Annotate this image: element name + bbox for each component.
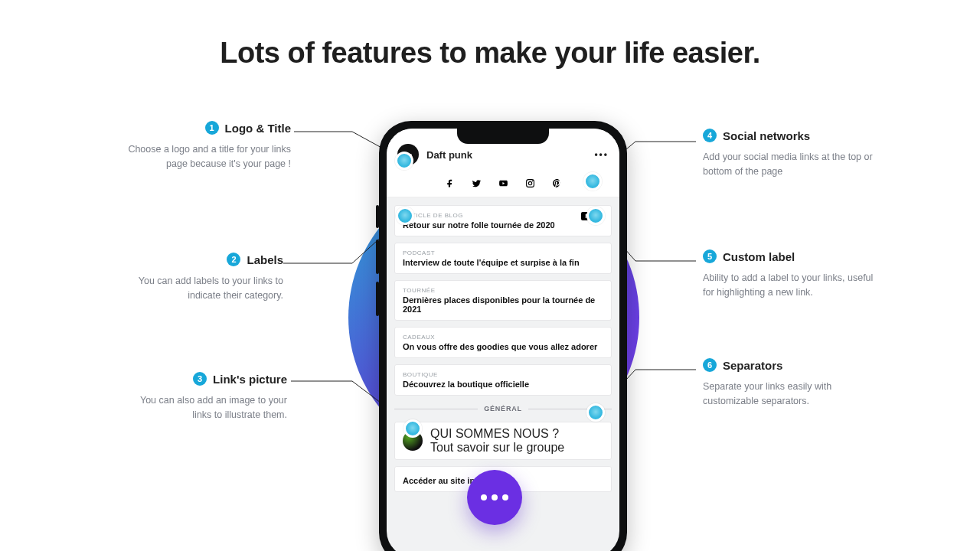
marker-newtag [586, 207, 605, 225]
marker-label [396, 207, 414, 225]
svg-point-2 [531, 181, 532, 181]
marker-separator [586, 403, 605, 422]
instagram-icon[interactable] [525, 178, 535, 187]
feature-showcase: Lots of features to make your life easie… [0, 0, 980, 551]
facebook-icon[interactable] [445, 178, 455, 187]
twitter-icon[interactable] [472, 178, 482, 187]
marker-logo [395, 152, 413, 170]
link-card[interactable]: TOURNÉE Dernières places disponibles pou… [394, 280, 612, 321]
callout-1: 1Logo & Title Choose a logo and a title … [122, 121, 291, 172]
callout-3: 3Link's picture You can also add an imag… [122, 372, 287, 423]
link-card[interactable]: BOUTIQUE Découvrez la boutique officiell… [394, 364, 612, 396]
marker-thumb [403, 419, 422, 438]
link-card-with-thumb[interactable]: QUI SOMMES NOUS ? Tout savoir sur le gro… [394, 422, 612, 460]
svg-point-1 [528, 181, 531, 184]
link-card[interactable]: CADEAUX On vous offre des goodies que vo… [394, 327, 612, 358]
page-title: Lots of features to make your life easie… [0, 37, 980, 70]
fab-more-button[interactable] [467, 470, 522, 525]
separator: GÉNÉRAL [394, 405, 612, 412]
link-card[interactable]: ARTICLE DE BLOG Retour sur notre folle t… [394, 205, 612, 236]
profile-name: Daft punk [426, 149, 586, 161]
callout-4: 4Social networks Add your social media l… [703, 129, 875, 180]
link-card[interactable]: PODCAST Interview de toute l'équipe et s… [394, 243, 612, 274]
youtube-icon[interactable] [498, 178, 508, 187]
callout-6: 6Separators Separate your links easily w… [703, 358, 875, 409]
more-menu-icon[interactable]: ••• [594, 149, 609, 160]
callout-5: 5Custom label Ability to add a label to … [703, 249, 875, 301]
pinterest-icon[interactable] [552, 178, 562, 187]
marker-social [583, 172, 602, 191]
callout-2: 2Labels You can add labels to your links… [122, 253, 283, 304]
